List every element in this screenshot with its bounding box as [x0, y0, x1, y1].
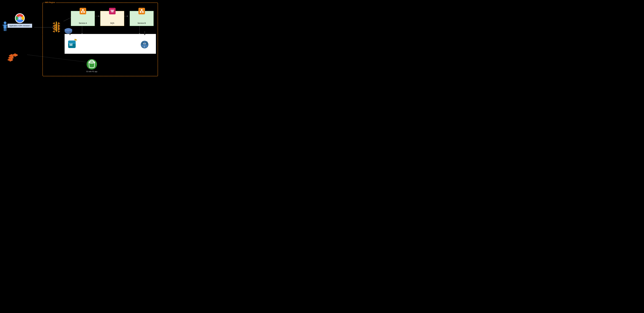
s3-section: S3 with FE app	[86, 59, 97, 72]
svg-point-14	[4, 22, 6, 24]
svg-text:M: M	[69, 42, 72, 47]
service-b-ecs-icon	[138, 8, 145, 14]
svg-marker-82	[58, 30, 60, 32]
sqs-label: SQS	[110, 22, 114, 24]
svg-marker-76	[52, 28, 55, 30]
svg-point-51	[112, 10, 113, 11]
svg-point-60	[64, 28, 72, 31]
s3-label: S3 with FE app	[86, 70, 97, 72]
service-b-label: Service B	[138, 22, 146, 24]
app-a-label: Application A SPA <browser>	[8, 24, 32, 28]
aurora-oval	[64, 28, 72, 34]
postgres-icon	[140, 38, 150, 50]
svg-line-48	[83, 11, 84, 11]
svg-line-57	[142, 11, 143, 11]
service-a-ecs-icon	[80, 8, 86, 14]
svg-point-70	[144, 43, 144, 44]
sqs-box: SQS	[100, 11, 124, 26]
svg-rect-78	[56, 22, 57, 32]
aws-region-label: AWS Region	[44, 1, 56, 4]
svg-point-71	[145, 43, 146, 44]
service-a-label: Service A	[79, 22, 87, 24]
mysql-db: M	[68, 38, 78, 50]
s3-icon	[86, 59, 97, 70]
aws-logo-bottom	[8, 53, 18, 63]
svg-marker-81	[58, 28, 60, 30]
mysql-arrow	[69, 31, 71, 35]
svg-point-50	[110, 10, 112, 11]
svg-marker-77	[52, 30, 55, 32]
api-gateway-large	[50, 18, 62, 36]
postgres-db	[140, 38, 150, 50]
svg-marker-75	[52, 25, 55, 27]
svg-line-56	[140, 11, 142, 11]
service-b-box: Service B	[130, 11, 154, 26]
service-a-box: Service A	[71, 11, 95, 26]
sqs-icon	[109, 8, 116, 14]
postgres-arrow	[144, 31, 146, 35]
svg-point-23	[19, 17, 21, 19]
svg-marker-80	[58, 25, 60, 27]
svg-marker-79	[58, 22, 60, 24]
svg-marker-74	[52, 22, 55, 24]
svg-rect-18	[2, 25, 4, 26]
chrome-browser-box: Application A SPA <browser>	[6, 12, 34, 29]
svg-line-47	[82, 11, 83, 11]
svg-point-44	[82, 9, 84, 10]
diagram-container: Application A SPA <browser>	[0, 0, 161, 78]
mysql-icon: M	[68, 38, 78, 50]
svg-point-53	[141, 9, 142, 10]
svg-rect-16	[4, 28, 5, 31]
database-container: M	[64, 34, 156, 54]
svg-point-52	[113, 10, 114, 11]
chrome-icon	[15, 13, 25, 23]
